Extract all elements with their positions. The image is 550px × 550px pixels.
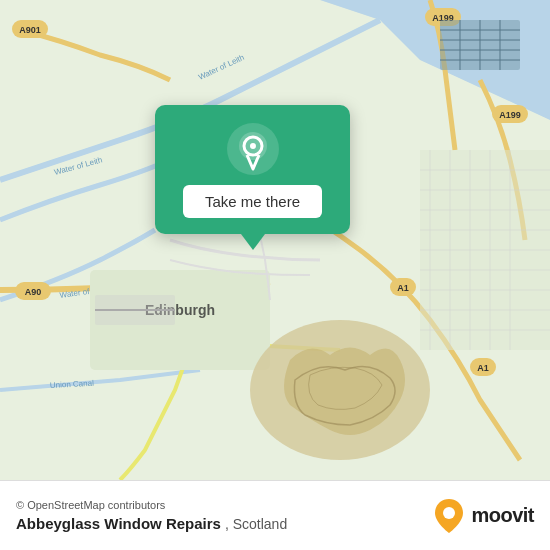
moovit-pin-icon: [433, 497, 465, 535]
map-background: A901 A199 A199 A90 A1 A1 Water of Leith …: [0, 0, 550, 480]
svg-point-50: [250, 143, 256, 149]
bottom-bar: © OpenStreetMap contributors Abbeyglass …: [0, 480, 550, 550]
map-container: A901 A199 A199 A90 A1 A1 Water of Leith …: [0, 0, 550, 480]
place-name: Abbeyglass Window Repairs: [16, 515, 221, 532]
svg-text:A1: A1: [397, 283, 409, 293]
moovit-brand-name: moovit: [471, 504, 534, 527]
location-pin-icon: [227, 123, 279, 175]
svg-point-51: [443, 507, 455, 519]
svg-text:A90: A90: [25, 287, 42, 297]
place-region: , Scotland: [225, 516, 287, 532]
svg-text:A901: A901: [19, 25, 41, 35]
place-info: © OpenStreetMap contributors Abbeyglass …: [16, 499, 287, 533]
take-me-there-button[interactable]: Take me there: [183, 185, 322, 218]
svg-text:A199: A199: [499, 110, 521, 120]
osm-attribution: © OpenStreetMap contributors: [16, 499, 287, 511]
svg-text:A1: A1: [477, 363, 489, 373]
location-tooltip: Take me there: [155, 105, 350, 234]
moovit-logo: moovit: [433, 497, 534, 535]
place-full-name: Abbeyglass Window Repairs, Scotland: [16, 515, 287, 533]
